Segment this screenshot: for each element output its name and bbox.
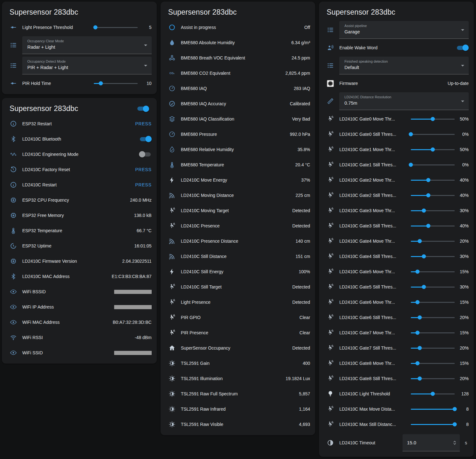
slider-knob[interactable] xyxy=(426,193,431,198)
sensor-row[interactable]: WiFi RSSI-48 dBm xyxy=(7,330,152,345)
slider[interactable] xyxy=(411,236,455,246)
slider[interactable] xyxy=(411,404,455,414)
slider-knob[interactable] xyxy=(99,81,103,86)
slider[interactable] xyxy=(411,160,455,170)
sensor-row[interactable]: ESP32 Temperature66.7 °C xyxy=(7,223,152,238)
slider-knob[interactable] xyxy=(417,377,422,381)
slider-knob[interactable] xyxy=(431,117,435,121)
slider[interactable] xyxy=(94,23,138,32)
press-button[interactable]: PRESS xyxy=(135,167,151,172)
sensor-row[interactable]: BME680 IAQ283 IAQ xyxy=(166,81,310,96)
sensor-row[interactable]: LD2410C PresenceDetected xyxy=(166,218,310,233)
stepper-icon[interactable] xyxy=(452,440,458,446)
toggle-switch[interactable] xyxy=(139,151,152,158)
slider-knob[interactable] xyxy=(415,270,419,274)
slider[interactable] xyxy=(411,221,455,231)
slider[interactable] xyxy=(94,79,138,88)
sensor-row[interactable]: LD2410C Still Energy100% xyxy=(166,264,310,279)
sensor-row[interactable]: ESP32 CPU Frequency240.0 MHz xyxy=(7,192,152,208)
sensor-row[interactable]: WiFi MAC AddressB0:A7:32:28:3D:BC xyxy=(7,315,152,330)
slider-knob[interactable] xyxy=(93,25,98,30)
sensor-row[interactable]: BME680 IAQ ClassificationVery Bad xyxy=(166,111,310,127)
sensor-row[interactable]: WiFi IP Address xyxy=(7,299,152,315)
toggle-switch[interactable] xyxy=(456,44,469,51)
sensor-row[interactable]: TSL2591 Raw Infrared1,164 xyxy=(166,401,310,417)
sensor-row[interactable]: LD2410C Moving Distance225 cm xyxy=(166,188,310,203)
sensor-row[interactable]: LD2410C MAC AddressE1:C3:B3:CB:BA:87 xyxy=(7,269,152,284)
sensor-row[interactable]: Light PresenceDetected xyxy=(166,295,310,310)
slider[interactable] xyxy=(411,191,455,200)
select-field[interactable]: Occupancy Clear ModeRadar + Light xyxy=(22,36,152,54)
slider[interactable] xyxy=(411,297,455,307)
sensor-row[interactable]: TSL2591 Illumination19.1824 Lux xyxy=(166,371,310,386)
sensor-row[interactable]: FirmwareUp-to-date xyxy=(324,76,469,91)
slider-knob[interactable] xyxy=(415,300,419,304)
sensor-row[interactable]: TSL2591 Raw Full Spectrum5,857 xyxy=(166,386,310,401)
press-button[interactable]: PRESS xyxy=(135,182,151,187)
slider-knob[interactable] xyxy=(431,392,435,396)
slider[interactable] xyxy=(411,114,455,124)
select-field[interactable]: LD2410C Distance Resolution0.75m xyxy=(339,92,469,110)
sensor-row[interactable]: BME680 Relative Humidity35.8% xyxy=(166,142,310,157)
sensor-row[interactable]: ESP32 Uptime16:01:05 xyxy=(7,238,152,254)
sensor-row[interactable]: Assist in progressOff xyxy=(166,20,310,35)
slider[interactable] xyxy=(411,175,455,185)
sensor-row[interactable]: PIR PresenceClear xyxy=(166,325,310,340)
toggle-switch[interactable] xyxy=(139,136,152,143)
sensor-row[interactable]: LD2410C Move Energy37% xyxy=(166,172,310,188)
slider-knob[interactable] xyxy=(452,422,457,427)
slider[interactable] xyxy=(411,343,455,353)
slider-knob[interactable] xyxy=(417,316,422,320)
slider-row: LD2410C Gate0 Move Thr...50% xyxy=(324,111,469,127)
sensor-row[interactable]: BME680 Breath VOC Equivalent24.5 ppm xyxy=(166,50,310,66)
select-field[interactable]: Occupancy Detect ModePIR + Radar + Light xyxy=(22,57,152,74)
slider[interactable] xyxy=(411,313,455,322)
press-button[interactable]: PRESS xyxy=(135,121,151,126)
slider[interactable] xyxy=(411,282,455,292)
sensor-row[interactable]: LD2410C Firmware Version2.04.23022511 xyxy=(7,254,152,269)
sensor-row[interactable]: TSL2591 Gain400 xyxy=(166,356,310,371)
slider-knob[interactable] xyxy=(409,132,413,136)
slider[interactable] xyxy=(411,267,455,276)
slider-knob[interactable] xyxy=(417,239,422,243)
slider[interactable] xyxy=(411,206,455,215)
sensor-row[interactable]: BME680 IAQ AccuracyCalibrated xyxy=(166,96,310,111)
select-field[interactable]: Assist pipelineGarage xyxy=(339,21,469,39)
slider[interactable] xyxy=(411,328,455,337)
slider-knob[interactable] xyxy=(415,361,419,365)
slider[interactable] xyxy=(411,358,455,368)
slider-knob[interactable] xyxy=(426,224,431,228)
sensor-row[interactable]: PIR GPIOClear xyxy=(166,310,310,325)
sensor-row[interactable]: LD2410C Still TargetDetected xyxy=(166,279,310,295)
slider-knob[interactable] xyxy=(417,346,422,350)
select-field[interactable]: Finished speaking detectionDefault xyxy=(339,57,469,74)
slider[interactable] xyxy=(411,145,455,154)
slider-knob[interactable] xyxy=(422,285,426,289)
slider-knob[interactable] xyxy=(415,331,419,335)
sensor-row[interactable]: SuperSensor OccupancyDetected xyxy=(166,340,310,356)
slider[interactable] xyxy=(411,252,455,261)
sensor-row[interactable]: LD2410C Still Distance151 cm xyxy=(166,249,310,264)
slider-knob[interactable] xyxy=(431,148,435,152)
slider[interactable] xyxy=(411,389,455,399)
sensor-row[interactable]: ESP32 Free Memory138.0 kB xyxy=(7,208,152,223)
slider-knob[interactable] xyxy=(426,178,431,182)
slider[interactable] xyxy=(411,129,455,139)
slider-knob[interactable] xyxy=(452,407,457,411)
sensor-row[interactable]: BME680 Absolute Humidity6.34 g/m³ xyxy=(166,35,310,50)
card-header-toggle[interactable] xyxy=(136,105,149,112)
slider[interactable] xyxy=(411,374,455,383)
sensor-row[interactable]: LD2410C Moving TargetDetected xyxy=(166,203,310,218)
sensor-row[interactable]: CO₂BME680 CO2 Equivalent2,825.4 ppm xyxy=(166,66,310,81)
sensor-row[interactable]: BME680 Temperature20.4 °C xyxy=(166,157,310,172)
sensor-row[interactable]: LD2410C Presence Distance140 cm xyxy=(166,233,310,249)
slider[interactable] xyxy=(411,420,455,429)
slider-knob[interactable] xyxy=(422,254,426,259)
sensor-row[interactable]: BME680 Pressure992.0 hPa xyxy=(166,127,310,142)
slider-knob[interactable] xyxy=(409,163,413,167)
sensor-row[interactable]: WiFi SSID xyxy=(7,345,152,360)
sensor-row[interactable]: TSL2591 Raw Visible4,693 xyxy=(166,417,310,432)
number-input[interactable]: 15.0 xyxy=(403,434,460,451)
slider-knob[interactable] xyxy=(422,209,426,213)
sensor-row[interactable]: WiFi BSSID xyxy=(7,284,152,299)
